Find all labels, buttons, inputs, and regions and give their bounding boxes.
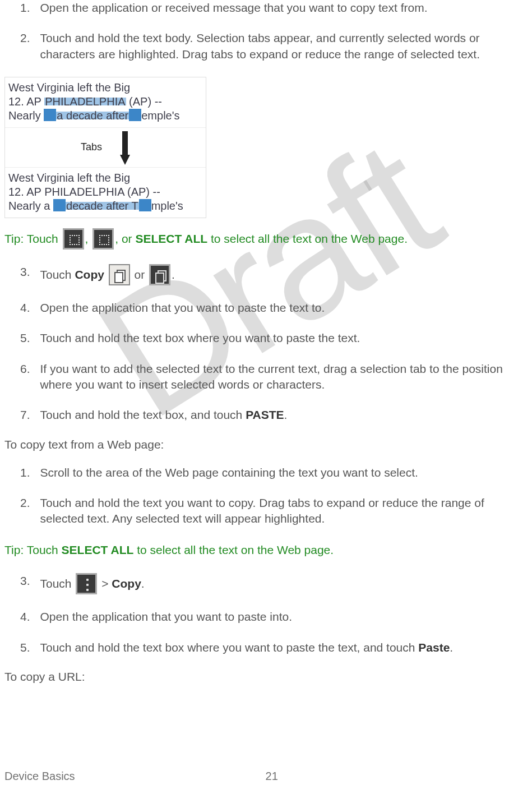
step-number: 5.	[4, 330, 30, 346]
step-text: Open the application that you want to pa…	[40, 609, 528, 625]
fig-text: (AP) --	[126, 95, 162, 108]
fig-text: 12. AP	[8, 95, 44, 108]
page-footer: Device Basics 21	[4, 770, 528, 783]
step-text: Scroll to the area of the Web page conta…	[40, 465, 528, 481]
step-text: Touch and hold the text body. Selection …	[40, 30, 528, 62]
highlighted-text: PHILADELPHIA	[44, 95, 126, 108]
fig-text: West Virginia left the Big	[8, 81, 130, 94]
step-text: Touch and hold the text you want to copy…	[40, 495, 528, 527]
steps-list-b: 3. Touch Copy or . 4. Open the applicati…	[4, 264, 528, 423]
tip-paragraph: Tip: Touch , , or SELECT ALL to select a…	[4, 228, 528, 250]
footer-section: Device Basics	[4, 770, 75, 783]
tip-text: : Touch	[20, 543, 61, 556]
selection-handle-icon	[53, 199, 66, 211]
tip-text: : Touch	[20, 232, 61, 245]
text-fragment: .	[450, 641, 453, 654]
step-text: Touch and hold the text box where you wa…	[40, 330, 528, 346]
step-number: 2.	[4, 30, 30, 62]
paste-label: Paste	[418, 641, 450, 654]
section-intro: To copy a URL:	[4, 670, 528, 684]
selection-handle-icon	[139, 199, 151, 211]
list-item: 4. Open the application that you want to…	[4, 300, 528, 316]
text-fragment: Touch and hold the text box where you wa…	[40, 641, 419, 654]
step-number: 3.	[4, 573, 30, 594]
step-text: Touch Copy or .	[40, 264, 528, 285]
tip-text: to select all the text on the Web page.	[207, 232, 408, 245]
step-number: 6.	[4, 361, 30, 393]
list-item: 2. Touch and hold the text body. Selecti…	[4, 30, 528, 62]
text-fragment: or	[131, 268, 148, 281]
text-fragment: .	[172, 268, 175, 281]
list-item: 2. Touch and hold the text you want to c…	[4, 495, 528, 527]
copy-icon	[109, 264, 130, 285]
text-fragment: Touch	[40, 577, 75, 590]
select-all-icon	[92, 228, 114, 250]
selection-handle-icon	[129, 109, 141, 121]
step-text: If you want to add the selected text to …	[40, 361, 528, 393]
step-number: 1.	[4, 465, 30, 481]
tabs-label: Tabs	[81, 131, 102, 153]
select-all-label: SELECT ALL	[62, 543, 134, 556]
tip-text: to select all the text on the Web page.	[133, 543, 334, 556]
step-text: Touch and hold the text box, and touch P…	[40, 407, 528, 423]
fig-text: Nearly a	[8, 200, 53, 212]
highlighted-text: a decade after	[56, 109, 129, 122]
menu-icon	[76, 573, 97, 594]
selection-figure: West Virginia left the Big 12. AP PHILAD…	[4, 77, 206, 218]
tip-label: Tip	[4, 543, 20, 556]
selection-handle-icon	[44, 109, 56, 121]
copy-icon	[149, 264, 170, 285]
list-item: 3. Touch > Copy.	[4, 573, 528, 594]
step-number: 5.	[4, 640, 30, 655]
fig-text: mple's	[151, 200, 183, 212]
steps-list-a: 1. Open the application or received mess…	[4, 0, 528, 62]
highlighted-text: decade after T	[66, 200, 139, 212]
list-item: 7. Touch and hold the text box, and touc…	[4, 407, 528, 423]
step-number: 2.	[4, 495, 30, 527]
step-text: Open the application or received message…	[40, 0, 528, 16]
step-number: 3.	[4, 264, 30, 285]
step-number: 4.	[4, 300, 30, 316]
list-item: 4. Open the application that you want to…	[4, 609, 528, 625]
text-fragment: Touch	[40, 268, 75, 281]
steps-list-c: 1. Scroll to the area of the Web page co…	[4, 465, 528, 527]
copy-label: Copy	[75, 268, 104, 281]
list-item: 6. If you want to add the selected text …	[4, 361, 528, 393]
fig-text: West Virginia left the Big	[8, 172, 130, 184]
tip-text: , or	[115, 232, 135, 245]
step-number: 1.	[4, 0, 30, 16]
list-item: 5. Touch and hold the text box where you…	[4, 330, 528, 346]
down-arrow-icon	[120, 131, 130, 165]
text-fragment: .	[284, 408, 288, 421]
text-fragment: Touch and hold the text box, and touch	[40, 408, 246, 421]
fig-text: Nearly	[8, 109, 44, 122]
select-all-icon	[63, 228, 84, 250]
select-all-label: SELECT ALL	[135, 232, 207, 245]
fig-text: emple's	[141, 109, 179, 122]
step-text: Touch > Copy.	[40, 573, 528, 594]
paste-label: PASTE	[246, 408, 284, 421]
tip-text: ,	[85, 232, 92, 245]
step-number: 7.	[4, 407, 30, 423]
text-fragment	[104, 268, 108, 281]
step-number: 4.	[4, 609, 30, 625]
steps-list-d: 3. Touch > Copy. 4. Open the application…	[4, 573, 528, 655]
list-item: 1. Scroll to the area of the Web page co…	[4, 465, 528, 481]
text-fragment: .	[141, 577, 145, 590]
fig-text: 12. AP PHILADELPHIA (AP) --	[8, 186, 160, 198]
text-fragment: >	[98, 577, 112, 590]
section-intro: To copy text from a Web page:	[4, 438, 528, 451]
list-item: 5. Touch and hold the text box where you…	[4, 640, 528, 655]
copy-label: Copy	[112, 577, 141, 590]
tip-paragraph: Tip: Touch SELECT ALL to select all the …	[4, 542, 528, 558]
step-text: Open the application that you want to pa…	[40, 300, 528, 316]
list-item: 3. Touch Copy or .	[4, 264, 528, 285]
footer-page-number: 21	[266, 770, 278, 783]
list-item: 1. Open the application or received mess…	[4, 0, 528, 16]
tip-label: Tip	[4, 232, 20, 245]
step-text: Touch and hold the text box where you wa…	[40, 640, 528, 655]
